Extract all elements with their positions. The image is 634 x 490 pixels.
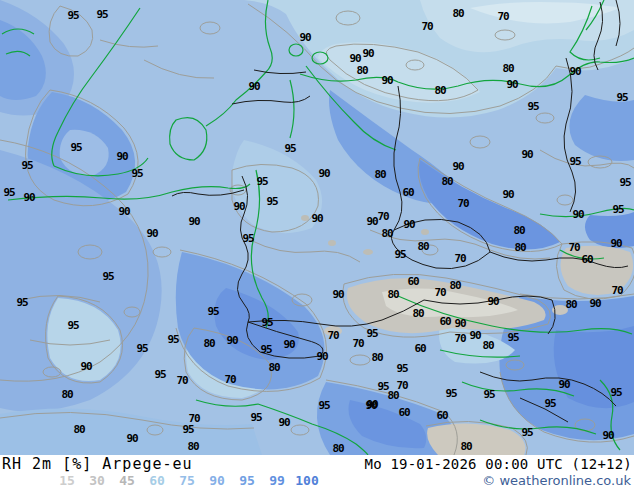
contour-label: 70 xyxy=(176,375,187,386)
contour-label: 90 xyxy=(521,149,532,160)
contour-label: 95 xyxy=(527,101,538,112)
contour-label: 90 xyxy=(589,298,600,309)
contour-label: 95 xyxy=(396,363,407,374)
contour-label: 80 xyxy=(268,362,279,373)
scale-value: 99 xyxy=(262,473,292,489)
contour-label: 90 xyxy=(572,209,583,220)
contour-label: 80 xyxy=(203,338,214,349)
contour-label: 95 xyxy=(394,249,405,260)
contour-label: 70 xyxy=(327,330,338,341)
contour-label: 70 xyxy=(421,21,432,32)
product-label: RH 2m [%] xyxy=(2,455,92,473)
contour-label: 95 xyxy=(21,160,32,171)
contour-label: 60 xyxy=(414,343,425,354)
contour-label: 80 xyxy=(332,443,343,454)
contour-label: 70 xyxy=(377,211,388,222)
contour-label: 70 xyxy=(434,287,445,298)
contour-label: 90 xyxy=(118,206,129,217)
contour-label: 95 xyxy=(96,9,107,20)
contour-label: 80 xyxy=(452,8,463,19)
contour-label: 80 xyxy=(434,85,445,96)
contour-label: 80 xyxy=(417,241,428,252)
contour-label: 70 xyxy=(497,11,508,22)
contour-label: 80 xyxy=(513,225,524,236)
contour-label: 90 xyxy=(318,168,329,179)
contour-label: 90 xyxy=(248,81,259,92)
contour-label: 95 xyxy=(284,143,295,154)
contour-label: 95 xyxy=(102,271,113,282)
scale-value: 90 xyxy=(202,473,232,489)
scale-value: 95 xyxy=(232,473,262,489)
contour-label: 90 xyxy=(311,213,322,224)
contour-label: 90 xyxy=(366,216,377,227)
contour-label: 60 xyxy=(407,276,418,287)
contour-label: 90 xyxy=(569,66,580,77)
contour-label: 80 xyxy=(187,441,198,452)
contour-label: 95 xyxy=(544,398,555,409)
humidity-scale: 1530456075909599100 xyxy=(52,473,322,489)
contour-label: 95 xyxy=(445,388,456,399)
copyright: © weatheronline.co.uk xyxy=(482,473,631,489)
contour-label: 95 xyxy=(616,92,627,103)
contour-label: 90 xyxy=(349,53,360,64)
contour-label: 80 xyxy=(387,289,398,300)
contour-label: 90 xyxy=(506,79,517,90)
contour-label: 95 xyxy=(619,177,630,188)
contour-label: 95 xyxy=(256,176,267,187)
contour-label: 95 xyxy=(242,233,253,244)
contour-label: 80 xyxy=(371,352,382,363)
contour-label: 80 xyxy=(441,176,452,187)
contour-label: 90 xyxy=(278,417,289,428)
footer-title-row: RH 2m [%] Arpege-eu Mo 19-01-2026 00:00 … xyxy=(0,455,634,473)
contour-label: 60 xyxy=(402,187,413,198)
contour-label: 80 xyxy=(412,308,423,319)
contour-label: 60 xyxy=(398,407,409,418)
scale-value: 100 xyxy=(292,473,322,489)
contour-label: 95 xyxy=(3,187,14,198)
contour-label: 95 xyxy=(612,204,623,215)
contour-label: 90 xyxy=(80,361,91,372)
contour-label: 90 xyxy=(226,335,237,346)
contour-label: 80 xyxy=(61,389,72,400)
contour-label: 80 xyxy=(387,390,398,401)
contour-label: 95 xyxy=(136,343,147,354)
contour-label: 90 xyxy=(332,289,343,300)
contour-label: 95 xyxy=(16,297,27,308)
contour-label: 70 xyxy=(457,198,468,209)
contour-label: 95 xyxy=(207,306,218,317)
contour-label: 80 xyxy=(374,169,385,180)
contour-label: 95 xyxy=(266,196,277,207)
contour-label: 70 xyxy=(568,242,579,253)
contour-label: 95 xyxy=(182,424,193,435)
contour-label: 60 xyxy=(581,254,592,265)
contour-label: 80 xyxy=(356,65,367,76)
contour-label: 90 xyxy=(23,192,34,203)
contour-label: 70 xyxy=(454,333,465,344)
scale-value: 30 xyxy=(82,473,112,489)
contour-label: 95 xyxy=(250,412,261,423)
contour-label: 90 xyxy=(487,296,498,307)
contour-label: 90 xyxy=(502,189,513,200)
contour-label: 95 xyxy=(483,389,494,400)
contour-label: 90 xyxy=(610,238,621,249)
contour-label: 90 xyxy=(316,351,327,362)
contour-label: 80 xyxy=(449,280,460,291)
contour-label: 95 xyxy=(154,369,165,380)
contour-label: 95 xyxy=(507,332,518,343)
contour-label: 80 xyxy=(514,242,525,253)
scale-value: 45 xyxy=(112,473,142,489)
contour-label: 80 xyxy=(565,299,576,310)
contour-label: 95 xyxy=(521,427,532,438)
contour-label: 80 xyxy=(460,441,471,452)
weather-map-page: 9595909090959595909595909095909590959090… xyxy=(0,0,634,490)
contour-label: 95 xyxy=(67,320,78,331)
contour-label: 90 xyxy=(365,400,376,411)
footer: RH 2m [%] Arpege-eu Mo 19-01-2026 00:00 … xyxy=(0,455,634,490)
contour-label: 95 xyxy=(131,168,142,179)
scale-value: 60 xyxy=(142,473,172,489)
contour-label: 95 xyxy=(167,334,178,345)
contour-labels-layer: 9595909090959595909595909095909590959090… xyxy=(0,0,634,455)
contour-label: 90 xyxy=(602,430,613,441)
scale-value: 15 xyxy=(52,473,82,489)
contour-label: 90 xyxy=(362,48,373,59)
